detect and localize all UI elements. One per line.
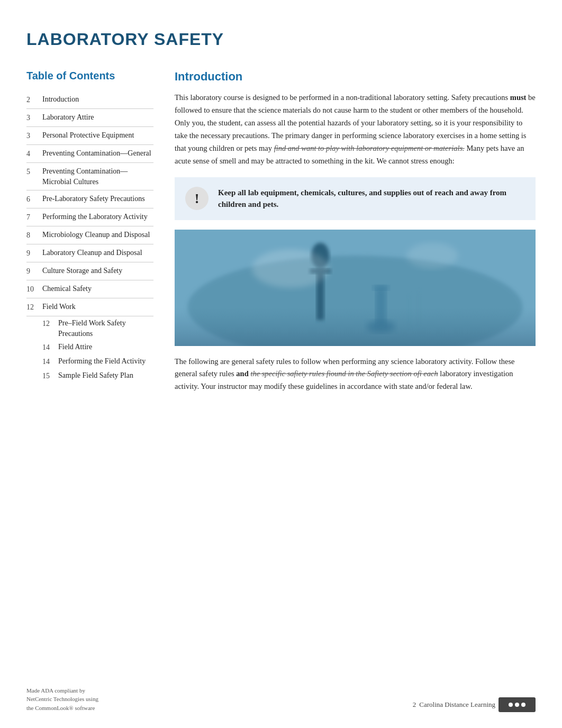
toc-num: 3 (26, 112, 37, 123)
toc-item[interactable]: 9 Culture Storage and Safety (26, 262, 153, 280)
page-header: LABORATORY SAFETY (26, 21, 536, 52)
logo-dot-2 (515, 703, 519, 707)
toc-sub-item[interactable]: 14 Performing the Field Activity (42, 354, 153, 369)
publisher-logo (498, 697, 536, 712)
page-footer: Made ADA compliant by NetCentric Technol… (26, 686, 536, 713)
toc-label: Introduction (42, 94, 153, 105)
toc-num: 5 (26, 166, 37, 177)
intro-text-1a: This laboratory course is designed to be… (175, 93, 510, 102)
toc-num: 15 (42, 370, 53, 381)
toc-sub-item[interactable]: 12 Pre–Field Work Safety Precautions (42, 316, 153, 340)
logo-dot-1 (509, 703, 513, 707)
lab-svg (175, 230, 536, 346)
toc-section: Table of Contents 2 Introduction 3 Labor… (26, 68, 153, 403)
warning-box: ! Keep all lab equipment, chemicals, cul… (175, 177, 536, 220)
footer-ada-text: Made ADA compliant by NetCentric Technol… (26, 686, 98, 713)
toc-item[interactable]: 7 Performing the Laboratory Activity (26, 208, 153, 226)
intro-strikethrough-2: the specific safiety rules fiound in the… (250, 369, 438, 378)
toc-num: 2 (26, 94, 37, 105)
toc-sub-item[interactable]: 14 Field Attire (42, 340, 153, 354)
lab-image (175, 230, 536, 346)
toc-item[interactable]: 12 Field Work (26, 298, 153, 316)
svg-rect-7 (373, 285, 388, 290)
toc-label: Laboratory Attire (42, 112, 153, 123)
toc-num: 4 (26, 148, 37, 159)
toc-label: Performing the Field Activity (58, 356, 153, 367)
toc-num: 6 (26, 194, 37, 205)
toc-num: 14 (42, 342, 53, 353)
main-content: Table of Contents 2 Introduction 3 Labor… (26, 68, 536, 403)
toc-item[interactable]: 6 Pre-Laboratory Safety Precautions (26, 190, 153, 208)
toc-num: 8 (26, 230, 37, 241)
toc-label: Chemical Safety (42, 284, 153, 294)
toc-item[interactable]: 9 Laboratory Cleanup and Disposal (26, 244, 153, 262)
toc-label: Performing the Laboratory Activity (42, 212, 153, 222)
svg-point-11 (406, 242, 458, 268)
toc-label: Laboratory Cleanup and Disposal (42, 248, 153, 258)
toc-label: Personal Protective Equipment (42, 130, 153, 141)
svg-rect-12 (175, 307, 536, 345)
toc-num: 10 (26, 284, 37, 295)
exclamation-icon: ! (195, 188, 200, 209)
toc-num: 7 (26, 212, 37, 223)
intro-section: Introduction This laboratory course is d… (175, 68, 536, 403)
toc-item[interactable]: 4 Preventing Contamination—General (26, 145, 153, 163)
toc-label: Pre-Laboratory Safety Precautions (42, 194, 153, 204)
intro-bold-and: and (236, 369, 248, 378)
toc-label: Preventing Contamination—Microbial Cultu… (42, 166, 153, 187)
page-title: LABORATORY SAFETY (26, 21, 536, 52)
page-number: 2 (413, 699, 416, 710)
toc-label: Field Attire (58, 342, 153, 352)
warning-text: Keep all lab equipment, chemicals, cultu… (218, 187, 525, 211)
toc-label: Microbiology Cleanup and Disposal (42, 230, 153, 240)
intro-strikethrough: find and want to play with laboratory eq… (274, 144, 465, 152)
toc-label: Sample Field Safety Plan (58, 370, 153, 381)
toc-num: 9 (26, 248, 37, 259)
toc-num: 14 (42, 356, 53, 367)
toc-item[interactable]: 8 Microbiology Cleanup and Disposal (26, 226, 153, 244)
toc-item[interactable]: 2 Introduction (26, 91, 153, 109)
toc-items-group: 2 Introduction 3 Laboratory Attire 3 Per… (26, 91, 153, 383)
toc-num: 12 (42, 318, 53, 329)
intro-bold-must: must (510, 93, 527, 102)
intro-paragraph-1: This laboratory course is designed to be… (175, 92, 536, 168)
toc-label: Preventing Contamination—General (42, 148, 153, 159)
toc-item[interactable]: 3 Personal Protective Equipment (26, 127, 153, 145)
toc-num: 3 (26, 130, 37, 141)
toc-label: Culture Storage and Safety (42, 266, 153, 276)
intro-paragraph-2: The following are general safety rules t… (175, 356, 536, 394)
ada-line1: Made ADA compliant by (26, 687, 85, 694)
page: LABORATORY SAFETY Table of Contents 2 In… (0, 0, 562, 728)
toc-label: Field Work (42, 302, 153, 312)
toc-item[interactable]: 5 Preventing Contamination—Microbial Cul… (26, 163, 153, 190)
warning-icon: ! (185, 187, 209, 210)
toc-item[interactable]: 10 Chemical Safety (26, 280, 153, 298)
logo-dot-3 (521, 703, 525, 707)
svg-point-10 (252, 249, 329, 287)
ada-line3: the CommonLook® software (26, 705, 95, 711)
toc-sub-item[interactable]: 15 Sample Field Safety Plan (42, 369, 153, 383)
toc-num: 12 (26, 302, 37, 313)
footer-publisher: 2 Carolina Distance Learning (413, 697, 536, 712)
toc-label: Pre–Field Work Safety Precautions (58, 318, 153, 339)
publisher-name: Carolina Distance Learning (419, 699, 495, 710)
ada-line2: NetCentric Technologies using (26, 696, 98, 702)
toc-num: 9 (26, 266, 37, 277)
toc-sub-items: 12 Pre–Field Work Safety Precautions 14 … (26, 316, 153, 383)
intro-heading: Introduction (175, 68, 536, 85)
toc-item[interactable]: 3 Laboratory Attire (26, 109, 153, 127)
toc-heading: Table of Contents (26, 68, 153, 84)
